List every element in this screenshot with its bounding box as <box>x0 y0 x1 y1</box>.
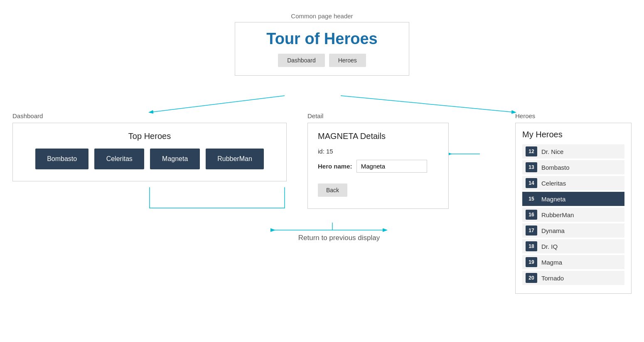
hero-name: Magma <box>541 259 562 266</box>
detail-area: Detail MAGNETA Details id: 15 Hero name:… <box>307 112 449 209</box>
hero-button-celeritas[interactable]: Celeritas <box>94 149 144 169</box>
app-title: Tour of Heroes <box>252 30 392 48</box>
return-label: Return to previous display <box>277 234 401 242</box>
back-button-container: Back <box>318 178 438 197</box>
hero-name: Tornado <box>541 275 564 282</box>
hero-id: 18 <box>526 241 537 251</box>
list-item[interactable]: 14 Celeritas <box>522 176 624 190</box>
hero-name: Dr. Nice <box>541 148 563 155</box>
hero-button-rubberman[interactable]: RubberMan <box>206 149 264 169</box>
header-area: Common page header Tour of Heroes Dashbo… <box>235 12 409 76</box>
nav-dashboard-button[interactable]: Dashboard <box>278 54 325 67</box>
nav-heroes-button[interactable]: Heroes <box>329 54 366 67</box>
list-item[interactable]: 18 Dr. IQ <box>522 239 624 253</box>
heroes-box-title: My Heroes <box>522 130 624 139</box>
hero-name: Bombasto <box>541 164 570 171</box>
dashboard-box: Top Heroes Bombasto Celeritas Magneta Ru… <box>12 123 287 181</box>
dashboard-area: Dashboard Top Heroes Bombasto Celeritas … <box>12 112 287 181</box>
hero-id: 15 <box>526 194 537 204</box>
header-box: Tour of Heroes Dashboard Heroes <box>235 22 409 76</box>
hero-id: 19 <box>526 257 537 267</box>
detail-name-row: Hero name: <box>318 160 438 173</box>
detail-section-label: Detail <box>307 112 449 119</box>
hero-id: 12 <box>526 146 537 156</box>
list-item[interactable]: 16 RubberMan <box>522 208 624 222</box>
back-button[interactable]: Back <box>318 183 347 197</box>
hero-name: Celeritas <box>541 180 566 187</box>
hero-id: 13 <box>526 162 537 172</box>
list-item[interactable]: 17 Dynama <box>522 223 624 238</box>
top-heroes-buttons: Bombasto Celeritas Magneta RubberMan <box>23 149 276 169</box>
heroes-section-label: Heroes <box>515 112 632 119</box>
hero-name: RubberMan <box>541 211 574 218</box>
hero-button-bombasto[interactable]: Bombasto <box>35 149 88 169</box>
detail-box-title: MAGNETA Details <box>318 131 438 141</box>
nav-buttons: Dashboard Heroes <box>252 54 392 67</box>
hero-id: 14 <box>526 178 537 188</box>
detail-id-row: id: 15 <box>318 148 438 155</box>
list-item[interactable]: 12 Dr. Nice <box>522 144 624 159</box>
hero-list: 12 Dr. Nice 13 Bombasto 14 Celeritas 15 … <box>522 144 624 285</box>
list-item[interactable]: 20 Tornado <box>522 271 624 285</box>
list-item[interactable]: 19 Magma <box>522 255 624 269</box>
hero-name: Dynama <box>541 227 565 234</box>
list-item[interactable]: 13 Bombasto <box>522 160 624 174</box>
hero-id: 20 <box>526 273 537 283</box>
svg-line-1 <box>341 96 515 112</box>
header-area-label: Common page header <box>235 12 409 20</box>
dashboard-section-label: Dashboard <box>12 112 287 119</box>
hero-name-input[interactable] <box>356 160 427 173</box>
detail-box: MAGNETA Details id: 15 Hero name: Back <box>307 123 449 209</box>
heroes-box: My Heroes 12 Dr. Nice 13 Bombasto 14 Cel… <box>515 123 632 294</box>
detail-id: id: 15 <box>318 148 333 155</box>
hero-id: 16 <box>526 210 537 220</box>
hero-name: Magneta <box>541 196 565 203</box>
svg-line-0 <box>150 96 285 112</box>
dashboard-box-title: Top Heroes <box>23 131 276 141</box>
hero-name-label: Hero name: <box>318 163 352 170</box>
hero-id: 17 <box>526 226 537 235</box>
list-item[interactable]: 15 Magneta <box>522 192 624 206</box>
hero-name: Dr. IQ <box>541 243 558 250</box>
heroes-area: Heroes My Heroes 12 Dr. Nice 13 Bombasto… <box>515 112 632 294</box>
hero-button-magneta[interactable]: Magneta <box>150 149 200 169</box>
